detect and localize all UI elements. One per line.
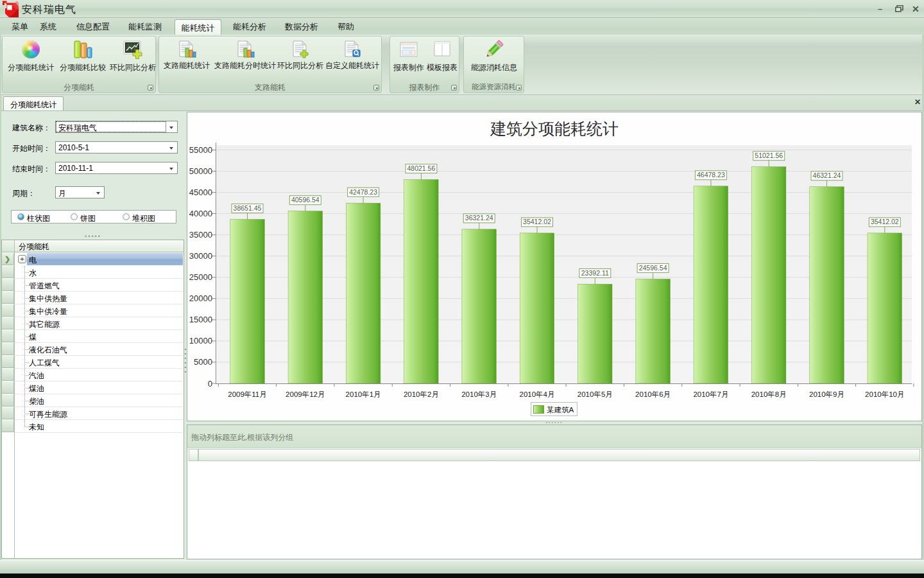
svg-text:2010年4月: 2010年4月 <box>520 390 555 398</box>
svg-text:2010年8月: 2010年8月 <box>751 390 787 398</box>
svg-text:46478.23: 46478.23 <box>697 171 725 179</box>
svg-text:38651.45: 38651.45 <box>234 204 262 212</box>
svg-text:25000: 25000 <box>189 272 212 282</box>
svg-text:2010年1月: 2010年1月 <box>346 390 381 398</box>
svg-text:35000: 35000 <box>189 230 212 240</box>
svg-text:2010年9月: 2010年9月 <box>809 390 844 398</box>
svg-text:20000: 20000 <box>189 293 212 303</box>
svg-text:24596.54: 24596.54 <box>639 264 667 272</box>
svg-text:36321.24: 36321.24 <box>465 214 493 222</box>
svg-text:2010年2月: 2010年2月 <box>404 390 439 398</box>
svg-text:45000: 45000 <box>189 188 212 197</box>
svg-text:2010年6月: 2010年6月 <box>635 390 671 398</box>
svg-text:2010年3月: 2010年3月 <box>461 390 497 398</box>
svg-text:40000: 40000 <box>189 209 212 218</box>
svg-text:40596.54: 40596.54 <box>291 196 320 204</box>
svg-text:某建筑A: 某建筑A <box>547 406 574 414</box>
svg-text:23392.11: 23392.11 <box>581 269 609 277</box>
svg-text:10000: 10000 <box>189 336 212 346</box>
svg-text:0: 0 <box>208 379 212 389</box>
svg-text:2009年11月: 2009年11月 <box>228 390 267 398</box>
svg-text:35412.02: 35412.02 <box>523 218 551 225</box>
svg-text:30000: 30000 <box>189 251 212 261</box>
svg-text:51021.56: 51021.56 <box>755 152 783 159</box>
svg-text:55000: 55000 <box>189 145 212 155</box>
svg-text:15000: 15000 <box>189 315 212 324</box>
svg-text:2010年10月: 2010年10月 <box>865 390 904 398</box>
svg-text:48021.56: 48021.56 <box>407 164 436 172</box>
svg-text:2010年7月: 2010年7月 <box>693 390 728 398</box>
svg-text:2009年12月: 2009年12月 <box>286 390 325 398</box>
svg-text:42478.23: 42478.23 <box>349 188 377 196</box>
svg-text:46321.24: 46321.24 <box>813 171 841 179</box>
svg-text:2010年5月: 2010年5月 <box>578 390 613 398</box>
svg-text:35412.02: 35412.02 <box>871 218 899 225</box>
svg-text:50000: 50000 <box>189 166 212 176</box>
svg-text:5000: 5000 <box>194 357 212 367</box>
